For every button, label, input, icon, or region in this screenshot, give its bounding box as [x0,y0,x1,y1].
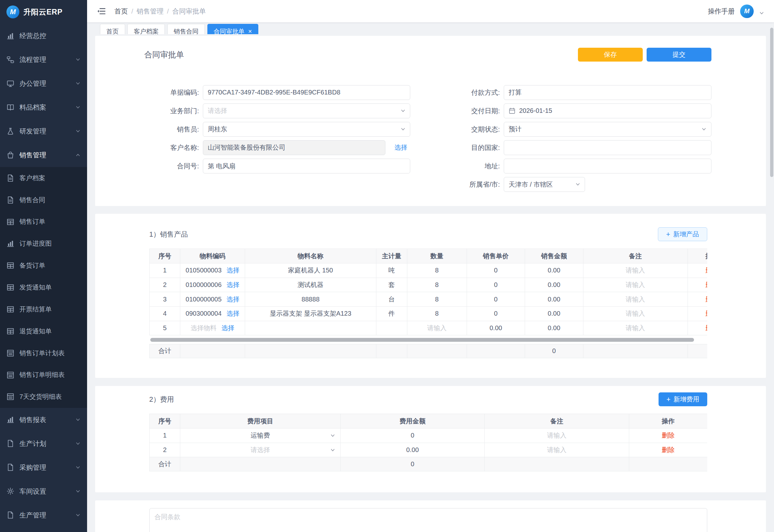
total-label: 合计 [149,344,180,358]
sidebar-item-0[interactable]: 经营总控 [0,24,87,48]
sidebar-item-1[interactable]: 流程管理 [0,48,87,72]
sidebar-item-14[interactable]: 销售订单计划表 [0,342,87,364]
breadcrumb-item-1[interactable]: 销售管理 [137,7,164,16]
delete-row-link[interactable]: 删除 [706,310,708,317]
products-col-header: 主计量 [376,249,407,263]
choose-material-link[interactable]: 选择 [222,324,234,331]
delete-row-link[interactable]: 删除 [706,324,708,331]
sidebar-item-16[interactable]: 7天交货明细表 [0,386,87,408]
fee-item-select[interactable]: 请选择 [180,443,341,457]
vertical-scrollbar-thumb[interactable] [770,28,774,177]
sidebar-item-18[interactable]: 生产计划 [0,432,87,456]
sidebar-item-6[interactable]: 客户档案 [0,167,87,189]
cell-remark[interactable]: 请输入 [583,263,688,278]
sidebar-item-label: 流程管理 [19,55,74,64]
cell-fee-amount[interactable]: 0.00 [340,443,484,457]
cell-remark[interactable]: 请输入 [583,292,688,307]
sidebar-item-8[interactable]: 销售订单 [0,211,87,233]
horizontal-scrollbar[interactable] [149,338,708,342]
avatar[interactable]: M [740,5,754,18]
bill-code-input[interactable]: 9770CA17-3497-4DB2-995E-B49E9CF61BD8 [203,85,410,100]
plus-icon: + [666,231,670,238]
products-table-viewport: 序号物料编码物料名称主计量数量销售单价销售金额备注操作10105000003选择… [149,249,708,335]
cell-price[interactable]: 0 [467,307,525,321]
province-city-select[interactable]: 天津市 / 市辖区 [504,177,585,192]
dest-country-input[interactable] [504,140,711,155]
sidebar-item-9[interactable]: 订单进度图 [0,233,87,255]
sidebar-item-4[interactable]: 研发管理 [0,119,87,143]
contract-no-input[interactable]: 第 电风扇 [203,159,410,173]
manual-link[interactable]: 操作手册 [708,7,735,16]
sidebar-item-11[interactable]: 发货通知单 [0,277,87,299]
delivery-status-select[interactable]: 预计 [504,122,711,137]
add-fee-button[interactable]: + 新增费用 [659,392,707,406]
choose-material-link[interactable]: 选择 [226,310,239,317]
sidebar-item-19[interactable]: 采购管理 [0,456,87,479]
delete-row-link[interactable]: 删除 [706,281,708,288]
department-select[interactable]: 请选择 [203,103,410,118]
delete-fee-link[interactable]: 删除 [662,432,675,439]
address-input[interactable] [504,159,711,173]
sidebar-item-12[interactable]: 开票结算单 [0,298,87,320]
cell-name: 显示器支架 显示器支架A123 [245,307,376,321]
cell-qty[interactable]: 请输入 [407,321,467,335]
cell-price[interactable]: 0 [467,292,525,307]
form-row: 合同号:第 电风扇 [144,159,410,173]
vertical-scrollbar[interactable] [770,24,774,531]
cell-remark[interactable]: 请输入 [485,428,629,443]
cell-unit [376,321,407,335]
sidebar-item-15[interactable]: 销售订单明细表 [0,364,87,386]
cell-qty[interactable]: 8 [407,278,467,292]
fee-item-select[interactable]: 运输费 [180,428,341,443]
cell-remark[interactable]: 请输入 [583,278,688,292]
tab-1[interactable]: 客户档案 [127,24,165,34]
cell-remark[interactable]: 请输入 [583,307,688,321]
horizontal-scrollbar-thumb[interactable] [150,338,694,342]
breadcrumb-item-0[interactable]: 首页 [114,7,128,16]
sidebar-item-21[interactable]: 生产管理 [0,503,87,527]
sidebar-item-label: 备货订单 [19,261,81,270]
sidebar-collapse-icon[interactable] [97,8,105,15]
choose-material-link[interactable]: 选择 [226,267,239,274]
payment-method-input[interactable]: 打算 [504,85,711,100]
tab-0[interactable]: 首页 [100,24,125,34]
salesman-select[interactable]: 周桂东 [203,122,410,137]
breadcrumb-item-2[interactable]: 合同审批单 [172,7,206,16]
cell-qty[interactable]: 8 [407,307,467,321]
sidebar-item-20[interactable]: 车间设置 [0,479,87,503]
chevron-down-icon[interactable] [759,11,764,15]
delete-row-link[interactable]: 删除 [706,267,708,274]
sidebar-item-3[interactable]: 料品档案 [0,95,87,119]
cell-fee-amount[interactable]: 0 [340,428,484,443]
cell-qty[interactable]: 8 [407,292,467,307]
choose-material-link[interactable]: 选择 [226,296,239,303]
delete-fee-link[interactable]: 删除 [662,446,675,453]
form-row: 付款方式:打算 [410,85,711,100]
cell-remark[interactable]: 请输入 [583,321,688,335]
cell-qty[interactable]: 8 [407,263,467,278]
sidebar-item-10[interactable]: 备货订单 [0,255,87,277]
cell-remark[interactable]: 请输入 [485,443,629,457]
sidebar-item-17[interactable]: 销售报表 [0,408,87,432]
cell-amount: 0.00 [525,321,583,335]
add-product-button[interactable]: + 新增产品 [658,227,707,241]
submit-button[interactable]: 提交 [647,48,711,62]
sidebar-item-2[interactable]: 办公管理 [0,72,87,95]
tab-3[interactable]: 合同审批单× [207,24,258,34]
customer-name-choose-link[interactable]: 选择 [394,143,407,152]
delete-row-link[interactable]: 删除 [706,296,708,303]
save-button[interactable]: 保存 [578,48,643,62]
sidebar-item-22[interactable]: 车间管理 [0,527,87,532]
cell-price[interactable]: 0 [467,278,525,292]
cell-price[interactable]: 0.00 [467,321,525,335]
tab-2[interactable]: 销售合同 [167,24,205,34]
tab-close-icon[interactable]: × [248,28,252,34]
customer-name-input[interactable]: 山河智能装备股份有限公司 [203,140,385,155]
contract-terms-textarea[interactable]: 合同条款 [149,508,708,532]
sidebar-item-7[interactable]: 销售合同 [0,189,87,211]
sidebar-item-13[interactable]: 退货通知单 [0,320,87,342]
choose-material-link[interactable]: 选择 [226,281,239,288]
sidebar-item-5[interactable]: 销售管理 [0,143,87,167]
cell-price[interactable]: 0 [467,263,525,278]
delivery-date-input[interactable]: 2026-01-15 [504,103,711,118]
